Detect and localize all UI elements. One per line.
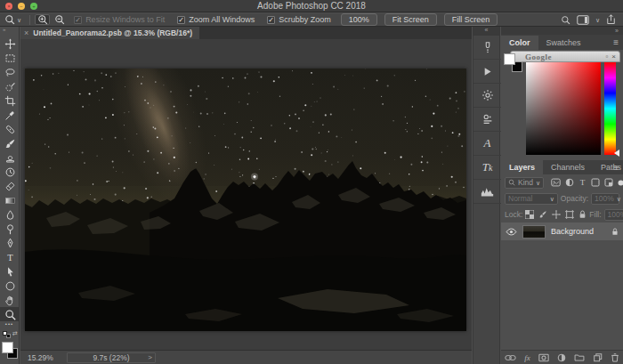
gradient-tool[interactable]	[0, 193, 20, 207]
brush-tool[interactable]	[0, 136, 20, 150]
lock-all-icon[interactable]	[578, 210, 587, 219]
tab-color[interactable]: Color	[501, 36, 538, 50]
swap-colors-icon[interactable]: ⇄	[12, 330, 18, 337]
checkbox-icon: ✓	[267, 16, 275, 24]
filter-adjustment-layers-icon[interactable]	[565, 178, 574, 187]
document-info-field[interactable]: 9.7s (22%) >	[67, 352, 156, 363]
zoom-level-field[interactable]: 15.29%	[20, 353, 67, 362]
layer-style-icon[interactable]: fx	[524, 353, 530, 362]
fit-screen-button[interactable]: Fit Screen	[384, 13, 437, 26]
hue-slider[interactable]	[604, 62, 616, 155]
photoshop-window: × − + Adobe Photoshop CC 2018 ∨ ✓ Resize…	[0, 0, 623, 364]
default-colors-control[interactable]: ⇄	[0, 330, 20, 340]
zoom-tool[interactable]	[0, 307, 20, 321]
app-title: Adobe Photoshop CC 2018	[0, 1, 623, 11]
panel-menu-icon[interactable]: ≡	[613, 164, 619, 173]
filter-pixel-layers-icon[interactable]	[551, 178, 561, 187]
edit-toolbar-button[interactable]: •••	[0, 321, 19, 330]
lock-position-icon[interactable]	[552, 210, 561, 219]
lock-artboard-icon[interactable]	[565, 210, 574, 219]
spot-healing-brush-tool[interactable]	[0, 122, 20, 136]
chevron-down-icon[interactable]: ∨	[595, 17, 600, 23]
quick-selection-tool[interactable]	[0, 79, 20, 93]
panel-icon-clone-source[interactable]	[473, 108, 501, 132]
path-selection-tool[interactable]	[0, 264, 20, 279]
tab-channels[interactable]: Channels	[543, 160, 593, 174]
panel-icon-brush-settings[interactable]	[473, 36, 501, 60]
visibility-eye-icon[interactable]	[506, 228, 517, 236]
tool-preset-picker[interactable]: ∨	[0, 13, 26, 26]
dodge-tool[interactable]	[0, 222, 20, 236]
eraser-tool[interactable]	[0, 179, 20, 193]
panel-icon-adjustments[interactable]	[473, 84, 501, 108]
saturation-brightness-picker[interactable]	[526, 62, 601, 155]
lasso-tool[interactable]	[0, 65, 20, 79]
layer-thumbnail[interactable]	[522, 225, 546, 239]
type-tool[interactable]: T	[0, 250, 20, 264]
panel-icon-typekit[interactable]: Tk	[473, 156, 501, 180]
fill-screen-button[interactable]: Fill Screen	[444, 13, 498, 26]
filter-toggle-icon[interactable]	[618, 180, 623, 186]
scrubby-zoom-checkbox[interactable]: ✓ Scrubby Zoom	[267, 15, 331, 24]
status-popup-chevron[interactable]: >	[148, 353, 152, 361]
delete-layer-icon[interactable]	[611, 352, 619, 362]
panel-foreground-swatch[interactable]	[504, 53, 515, 65]
zoom-out-button[interactable]	[52, 14, 67, 25]
new-adjustment-layer-icon[interactable]	[557, 353, 566, 362]
bright-planet	[253, 175, 255, 178]
rectangular-marquee-tool[interactable]	[0, 51, 20, 65]
tab-swatches[interactable]: Swatches	[538, 36, 589, 50]
share-icon[interactable]	[606, 14, 616, 25]
fill-dropdown[interactable]: 100% ∨	[604, 209, 623, 221]
canvas-image[interactable]	[25, 69, 466, 331]
zoom-in-button[interactable]	[35, 14, 50, 25]
move-tool[interactable]	[0, 36, 20, 51]
lock-pixels-icon[interactable]	[538, 210, 547, 219]
pen-tool[interactable]	[0, 236, 20, 250]
collapse-toolbar-chevron[interactable]: »	[0, 27, 19, 36]
crop-tool[interactable]	[0, 93, 20, 108]
layer-row-background[interactable]: Background	[501, 222, 623, 240]
new-group-icon[interactable]	[574, 353, 585, 361]
zoom-100-button[interactable]: 100%	[341, 13, 377, 26]
new-layer-icon[interactable]	[593, 352, 603, 362]
eyedropper-tool[interactable]	[0, 108, 20, 122]
window-close-icon[interactable]: ×	[611, 53, 616, 61]
clone-stamp-tool[interactable]	[0, 150, 20, 165]
filter-kind-dropdown[interactable]: Kind ∨	[505, 177, 544, 189]
history-brush-tool[interactable]	[0, 165, 20, 179]
google-overlay-window[interactable]: Google ▫ ×	[510, 51, 620, 62]
close-tab-icon[interactable]: ×	[24, 28, 28, 37]
search-icon[interactable]	[561, 15, 570, 25]
panel-icon-histogram[interactable]	[473, 180, 501, 204]
window-maximize-icon[interactable]: ▫	[605, 53, 608, 61]
foreground-color-swatch[interactable]	[2, 342, 13, 353]
link-layers-icon[interactable]	[505, 354, 516, 361]
collapse-panels-chevron[interactable]: »	[501, 27, 623, 35]
shape-tool[interactable]	[0, 279, 20, 293]
document-tab[interactable]: × Untitled_Panorama2.psb @ 15.3% (RGB/16…	[20, 27, 199, 39]
canvas-gutter[interactable]	[20, 39, 472, 350]
panel-icon-actions[interactable]	[473, 60, 501, 84]
tab-layers[interactable]: Layers	[501, 160, 543, 174]
zoom-all-windows-checkbox[interactable]: ✓ Zoom All Windows	[177, 15, 255, 24]
filter-type-layers-icon[interactable]: T	[578, 178, 587, 187]
lock-row: Lock: Fill: 100% ∨	[501, 206, 623, 222]
panel-icon-glyphs[interactable]: A	[473, 132, 501, 156]
resize-windows-checkbox[interactable]: ✓ Resize Windows to Fit	[74, 15, 165, 24]
blend-mode-dropdown[interactable]: Normal ∨	[505, 193, 558, 205]
filter-smart-objects-icon[interactable]	[604, 178, 613, 187]
blur-tool[interactable]	[0, 207, 20, 222]
add-layer-mask-icon[interactable]	[538, 353, 549, 362]
hue-slider-handle[interactable]	[614, 150, 619, 157]
workspace-switcher-icon[interactable]	[577, 15, 589, 25]
fill-label: Fill:	[589, 210, 601, 219]
expand-dock-chevron[interactable]: «	[473, 27, 499, 36]
hand-tool[interactable]	[0, 293, 20, 307]
panel-menu-icon[interactable]: ≡	[613, 38, 619, 47]
filter-shape-layers-icon[interactable]	[591, 178, 600, 187]
opacity-dropdown[interactable]: 100% ∨	[591, 193, 619, 205]
lock-transparency-icon[interactable]	[525, 210, 534, 219]
color-swatches-control	[0, 340, 20, 363]
chevron-down-icon: ∨	[617, 196, 621, 202]
